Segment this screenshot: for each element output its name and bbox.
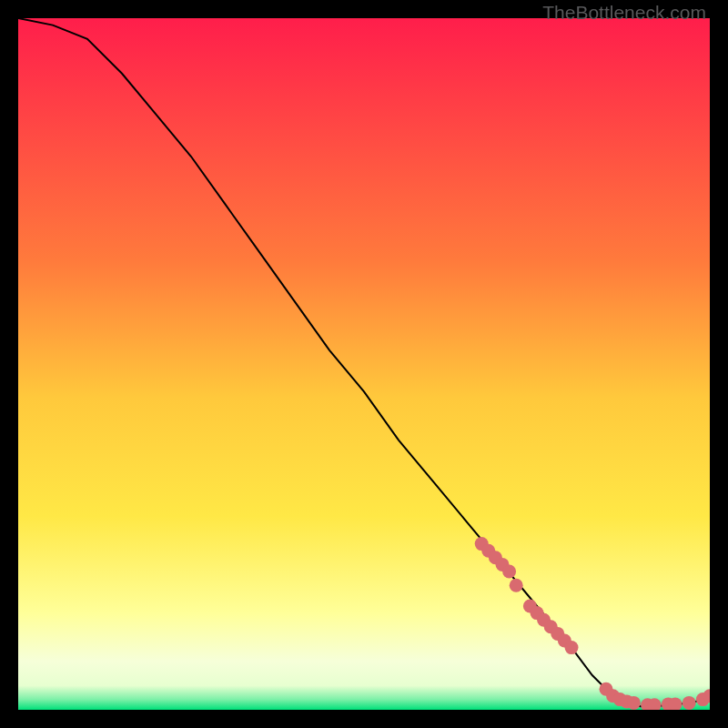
data-marker bbox=[502, 565, 516, 579]
plot-area bbox=[18, 18, 710, 710]
data-marker bbox=[682, 696, 696, 710]
gradient-bg bbox=[18, 18, 710, 710]
data-marker bbox=[627, 696, 641, 710]
data-marker bbox=[510, 579, 523, 592]
chart-svg bbox=[18, 18, 710, 710]
data-marker bbox=[565, 641, 579, 654]
chart-frame: { "watermark": "TheBottleneck.com", "col… bbox=[0, 0, 728, 728]
watermark-text: TheBottleneck.com bbox=[542, 2, 706, 24]
